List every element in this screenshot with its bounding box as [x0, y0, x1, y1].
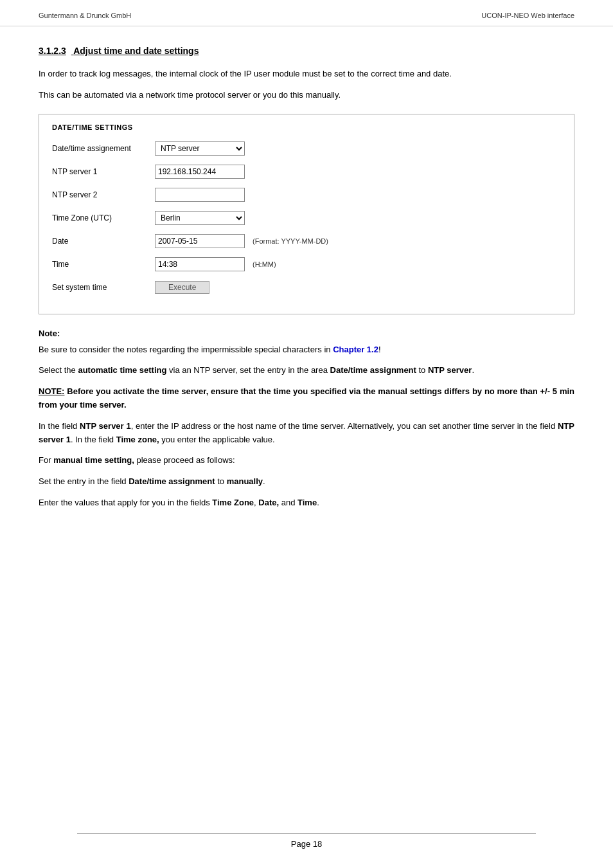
footer-area: Page 18	[39, 833, 574, 849]
form-row-ntp1: NTP server 1	[52, 163, 561, 180]
note3-underline: NOTE:	[39, 386, 64, 396]
note1-post: !	[378, 345, 381, 354]
note5: For manual time setting, please proceed …	[39, 454, 574, 467]
form-row-setsystemtime: Set system time Execute	[52, 279, 561, 296]
control-date: (Format: YYYY-MM-DD)	[155, 234, 328, 248]
select-timezone[interactable]: Berlin UTC	[155, 211, 245, 225]
note4-timezone: Time zone,	[116, 435, 159, 444]
page-header: Guntermann & Drunck GmbH UCON-IP-NEO Web…	[0, 0, 613, 26]
execute-button[interactable]: Execute	[155, 281, 209, 294]
form-row-time: Time (H:MM)	[52, 256, 561, 273]
label-ntp2: NTP server 2	[52, 190, 155, 199]
note-section: Note: Be sure to consider the notes rega…	[39, 329, 574, 510]
time-hint: (H:MM)	[253, 260, 276, 268]
paragraph-2: This can be automated via a network time…	[39, 89, 574, 102]
note3-text: Before you activate the time server, ens…	[39, 386, 574, 410]
note3: NOTE: Before you activate the time serve…	[39, 385, 574, 412]
input-date[interactable]	[155, 234, 245, 248]
form-row-timezone: Time Zone (UTC) Berlin UTC	[52, 210, 561, 226]
note1: Be sure to consider the notes regarding …	[39, 343, 574, 357]
control-setsystemtime: Execute	[155, 281, 209, 294]
chapter-link[interactable]: Chapter 1.2	[333, 345, 378, 354]
section-title: Adjust time and date settings	[73, 46, 199, 56]
label-timezone: Time Zone (UTC)	[52, 213, 155, 222]
datetime-settings-form: DATE/TIME SETTINGS Date/time assignement…	[39, 114, 574, 314]
note7-time: Time	[298, 498, 317, 507]
section-number: 3.1.2.3	[39, 46, 66, 56]
control-datetime-assignment: NTP server manually	[155, 141, 245, 156]
label-date: Date	[52, 237, 155, 246]
paragraph-1: In order to track log messages, the inte…	[39, 68, 574, 81]
input-ntp1[interactable]	[155, 165, 245, 179]
note6-field: Date/time assignment	[129, 476, 215, 486]
note7-tz: Time Zone	[212, 498, 254, 507]
control-time: (H:MM)	[155, 257, 276, 271]
note-label: Note:	[39, 329, 574, 338]
header-right: UCON-IP-NEO Web interface	[481, 12, 574, 19]
form-row-ntp2: NTP server 2	[52, 186, 561, 203]
note7: Enter the values that apply for you in t…	[39, 496, 574, 510]
note4: In the field NTP server 1, enter the IP …	[39, 420, 574, 447]
control-ntp2	[155, 188, 245, 202]
input-ntp2[interactable]	[155, 188, 245, 202]
note2-bold3: NTP server	[428, 365, 472, 375]
control-ntp1	[155, 165, 245, 179]
note6: Set the entry in the field Date/time ass…	[39, 475, 574, 489]
form-title: DATE/TIME SETTINGS	[52, 123, 561, 131]
note7-date: Date,	[258, 498, 279, 507]
note2: Select the automatic time setting via an…	[39, 364, 574, 377]
note5-manual: manual time setting,	[53, 455, 134, 465]
note2-bold1: automatic time setting	[78, 365, 166, 375]
date-hint: (Format: YYYY-MM-DD)	[253, 237, 328, 245]
input-time[interactable]	[155, 257, 245, 271]
form-row-date: Date (Format: YYYY-MM-DD)	[52, 233, 561, 249]
form-row-datetime-assignment: Date/time assignement NTP server manuall…	[52, 140, 561, 157]
label-setsystemtime: Set system time	[52, 283, 155, 292]
label-datetime-assignment: Date/time assignement	[52, 144, 155, 153]
note4-ntp1: NTP server 1	[80, 421, 131, 431]
note6-manually: manually	[227, 476, 263, 486]
page-footer: Page 18	[77, 833, 536, 849]
note2-bold2: Date/time assignment	[330, 365, 416, 375]
page-number: Page 18	[291, 839, 322, 849]
note1-pre: Be sure to consider the notes regarding …	[39, 345, 333, 354]
main-content: 3.1.2.3 Adjust time and date settings In…	[0, 26, 613, 543]
section-heading: 3.1.2.3 Adjust time and date settings	[39, 46, 574, 56]
label-ntp1: NTP server 1	[52, 167, 155, 176]
control-timezone: Berlin UTC	[155, 211, 245, 225]
label-time: Time	[52, 260, 155, 269]
header-left: Guntermann & Drunck GmbH	[39, 12, 131, 19]
select-datetime-assignment[interactable]: NTP server manually	[155, 141, 245, 156]
